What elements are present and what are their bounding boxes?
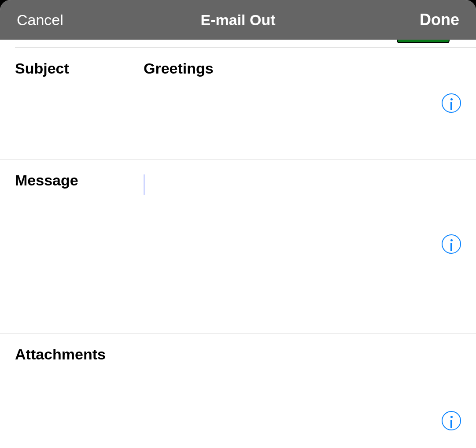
subject-label: Subject	[15, 58, 144, 77]
cancel-button[interactable]: Cancel	[17, 11, 63, 29]
done-button[interactable]: Done	[420, 11, 459, 29]
info-icon[interactable]	[442, 93, 461, 113]
subject-section: Subject Greetings	[0, 48, 476, 159]
message-field[interactable]	[144, 170, 461, 195]
text-cursor	[144, 174, 145, 195]
message-section: Message	[0, 159, 476, 333]
message-label: Message	[15, 170, 144, 189]
info-icon[interactable]	[442, 234, 461, 254]
modal-title: E-mail Out	[200, 11, 275, 29]
attachments-field[interactable]	[144, 344, 461, 346]
status-indicator	[397, 40, 450, 43]
modal-header: Cancel E-mail Out Done	[0, 0, 476, 40]
subject-field[interactable]: Greetings	[144, 58, 461, 77]
modal-content: Subject Greetings Message Attachments	[0, 40, 476, 448]
attachments-label: Attachments	[15, 344, 144, 363]
attachments-section: Attachments	[0, 333, 476, 448]
email-out-modal: Cancel E-mail Out Done Subject Greetings…	[0, 0, 476, 448]
info-icon[interactable]	[442, 411, 461, 430]
